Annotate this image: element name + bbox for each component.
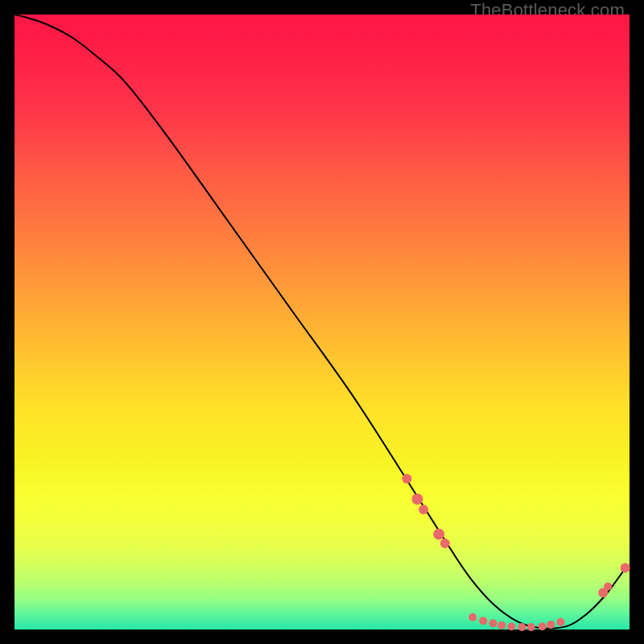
data-point <box>489 619 497 627</box>
plot-area <box>14 14 630 630</box>
marker-layer <box>402 474 630 631</box>
data-point <box>556 618 564 626</box>
data-point <box>507 622 515 630</box>
data-point <box>539 622 547 630</box>
data-point <box>518 623 526 631</box>
data-point <box>547 621 555 629</box>
data-point <box>411 493 423 505</box>
data-point <box>440 539 450 548</box>
data-point <box>527 623 535 631</box>
data-point <box>497 621 506 630</box>
data-point <box>402 474 411 484</box>
data-point <box>604 583 612 591</box>
data-point <box>433 529 444 540</box>
data-point <box>621 564 630 573</box>
data-point <box>469 613 477 621</box>
data-point <box>419 505 428 514</box>
outer-frame: TheBottleneck.com <box>0 0 644 644</box>
data-point <box>479 617 487 625</box>
chart-svg <box>14 14 630 630</box>
bottleneck-curve <box>14 14 623 629</box>
